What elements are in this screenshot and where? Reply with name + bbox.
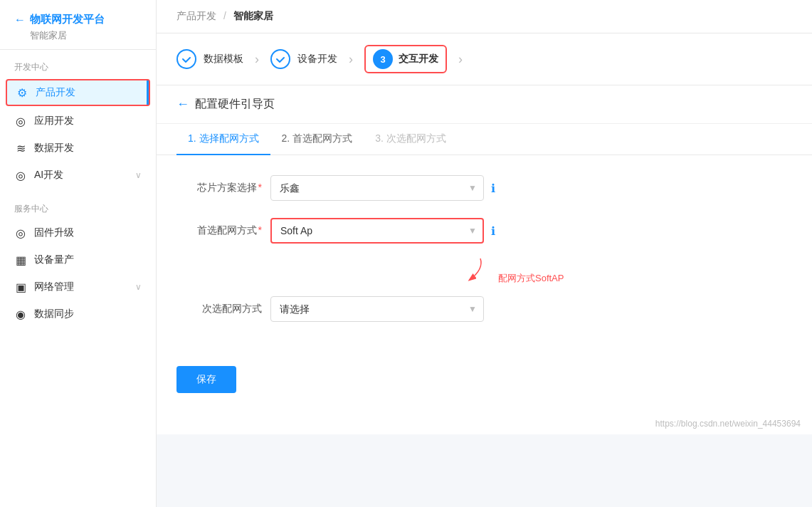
- sidebar-item-label: 应用开发: [34, 115, 74, 127]
- sidebar-item-product-dev[interactable]: ⚙ 产品开发: [6, 79, 150, 106]
- sidebar-subtitle: 智能家居: [14, 29, 142, 42]
- sidebar-item-data-dev[interactable]: ≋ 数据开发: [0, 135, 156, 162]
- back-nav-arrow-icon[interactable]: ←: [176, 97, 189, 112]
- step2-circle: [270, 49, 290, 69]
- sidebar-item-label: 数据同步: [34, 308, 74, 320]
- back-nav-title: 配置硬件引导页: [195, 97, 275, 112]
- step-interaction-dev[interactable]: 3 交互开发: [364, 45, 447, 73]
- steps-bar: 数据模板 › 设备开发 › 3 交互开发 ›: [157, 33, 812, 85]
- sidebar-item-label: 数据开发: [34, 142, 74, 155]
- sidebar-section1-label: 开发中心: [0, 50, 156, 78]
- app-dev-icon: ◎: [14, 115, 27, 127]
- sidebar-section2-label: 服务中心: [0, 192, 156, 219]
- annotation-container: 配网方式SoftAP: [278, 255, 784, 285]
- network-icon: ▣: [14, 281, 27, 293]
- back-arrow-icon: ←: [14, 14, 26, 26]
- step3-circle: 3: [373, 49, 393, 69]
- sidebar-platform-title: 物联网开发平台: [30, 13, 105, 26]
- sidebar-back-button[interactable]: ← 物联网开发平台: [14, 13, 142, 26]
- step3-label: 交互开发: [399, 53, 438, 66]
- chevron-down-icon: ∨: [135, 170, 142, 180]
- secondary-network-select[interactable]: 请选择: [270, 296, 484, 322]
- secondary-select-wrapper: 请选择 ▼: [270, 296, 484, 322]
- chip-info-icon[interactable]: ℹ: [491, 182, 495, 195]
- chip-label: 芯片方案选择*: [185, 182, 270, 194]
- step-data-template[interactable]: 数据模板: [176, 49, 243, 69]
- tab-primary-mode-label: 2. 首选配网方式: [282, 132, 353, 144]
- sidebar-item-label: 产品开发: [36, 86, 75, 99]
- tab-network-mode[interactable]: 1. 选择配网方式: [176, 124, 270, 155]
- sidebar-header: ← 物联网开发平台 智能家居: [0, 0, 156, 50]
- sidebar-item-firmware[interactable]: ◎ 固件升级: [0, 219, 156, 246]
- step-device-dev[interactable]: 设备开发: [270, 49, 337, 69]
- sidebar-item-mass-prod[interactable]: ▦ 设备量产: [0, 246, 156, 273]
- checkmark-icon: [181, 54, 191, 64]
- data-dev-icon: ≋: [14, 142, 27, 155]
- sidebar: ← 物联网开发平台 智能家居 开发中心 ⚙ 产品开发 ◎ 应用开发 ≋ 数据开发…: [0, 0, 157, 507]
- ai-dev-icon: ◎: [14, 169, 27, 182]
- tab-secondary-mode: 3. 次选配网方式: [364, 124, 458, 155]
- save-area: 保存: [157, 359, 812, 413]
- back-nav: ← 配置硬件引导页: [157, 85, 812, 124]
- primary-info-icon[interactable]: ℹ: [491, 224, 495, 238]
- primary-label: 首选配网方式*: [185, 224, 270, 237]
- chip-form-row: 芯片方案选择* 乐鑫 ▼ ℹ: [185, 175, 784, 201]
- form-area: 芯片方案选择* 乐鑫 ▼ ℹ 首选配网方: [157, 155, 812, 359]
- chip-select[interactable]: 乐鑫: [270, 175, 484, 201]
- chip-control: 乐鑫 ▼: [270, 175, 484, 201]
- secondary-label: 次选配网方式: [185, 303, 270, 315]
- sidebar-item-ai-dev[interactable]: ◎ AI开发 ∨: [0, 162, 156, 189]
- primary-select-wrapper: Soft Ap ▼: [270, 218, 484, 244]
- step-arrow-1: ›: [255, 52, 259, 67]
- sidebar-item-network[interactable]: ▣ 网络管理 ∨: [0, 273, 156, 300]
- annotation-text-area: 配网方式SoftAP: [498, 272, 564, 285]
- chip-select-wrapper: 乐鑫 ▼: [270, 175, 484, 201]
- gear-icon: ⚙: [16, 86, 28, 99]
- annotation-text: 配网方式SoftAP: [498, 273, 564, 283]
- tab-primary-mode[interactable]: 2. 首选配网方式: [270, 124, 364, 155]
- secondary-control: 请选择 ▼: [270, 296, 484, 322]
- step2-label: 设备开发: [297, 53, 337, 66]
- sidebar-item-app-dev[interactable]: ◎ 应用开发: [0, 108, 156, 135]
- watermark: https://blog.csdn.net/weixin_44453694: [157, 413, 812, 434]
- primary-control: Soft Ap ▼: [270, 218, 484, 244]
- annotation-arrow-area: [278, 255, 498, 283]
- breadcrumb-current: 智能家居: [233, 10, 273, 21]
- content-area: ← 配置硬件引导页 1. 选择配网方式 2. 首选配网方式 3. 次选配网方式: [157, 85, 812, 507]
- primary-network-select[interactable]: Soft Ap: [270, 218, 484, 244]
- sidebar-item-label: 设备量产: [34, 254, 74, 266]
- annotation-arrow-icon: [455, 255, 491, 283]
- chevron-down-icon: ∨: [135, 282, 142, 292]
- tab-bar: 1. 选择配网方式 2. 首选配网方式 3. 次选配网方式: [157, 124, 812, 155]
- data-sync-icon: ◉: [14, 308, 27, 320]
- secondary-form-row: 次选配网方式 请选择 ▼: [185, 296, 784, 322]
- tab-network-mode-label: 1. 选择配网方式: [188, 132, 259, 144]
- firmware-icon: ◎: [14, 226, 27, 239]
- main-content: 产品开发 / 智能家居 数据模板 › 设备开发 ›: [157, 0, 812, 507]
- breadcrumb-sep: /: [223, 10, 226, 21]
- sidebar-item-label: AI开发: [34, 169, 63, 182]
- primary-form-row: 首选配网方式* Soft Ap ▼ ℹ: [185, 218, 784, 244]
- tab-secondary-mode-label: 3. 次选配网方式: [375, 132, 446, 144]
- step3-number: 3: [380, 54, 385, 65]
- mass-prod-icon: ▦: [14, 254, 27, 266]
- breadcrumb-parent: 产品开发: [176, 10, 216, 21]
- sidebar-item-label: 固件升级: [34, 226, 74, 239]
- step1-circle: [176, 49, 196, 69]
- save-button[interactable]: 保存: [176, 366, 236, 393]
- checkmark-icon: [275, 54, 285, 64]
- step-arrow-2: ›: [349, 52, 353, 67]
- content-inner: ← 配置硬件引导页 1. 选择配网方式 2. 首选配网方式 3. 次选配网方式: [157, 85, 812, 434]
- step1-label: 数据模板: [204, 53, 243, 66]
- sidebar-item-data-sync[interactable]: ◉ 数据同步: [0, 300, 156, 328]
- topbar: 产品开发 / 智能家居: [157, 0, 812, 33]
- breadcrumb: 产品开发 / 智能家居: [176, 10, 273, 23]
- sidebar-item-label: 网络管理: [34, 281, 74, 293]
- step-arrow-end: ›: [458, 52, 463, 67]
